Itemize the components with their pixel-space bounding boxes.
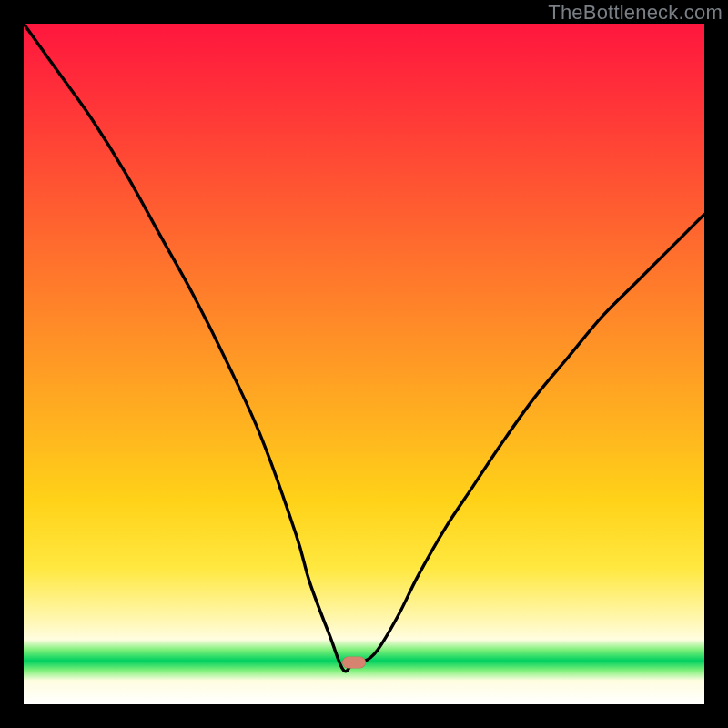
plot-area bbox=[24, 24, 704, 704]
curve-svg bbox=[24, 24, 704, 704]
minimum-marker bbox=[342, 657, 366, 669]
chart-frame: TheBottleneck.com bbox=[0, 0, 728, 728]
watermark-text: TheBottleneck.com bbox=[548, 1, 723, 25]
bottleneck-curve bbox=[24, 24, 704, 672]
